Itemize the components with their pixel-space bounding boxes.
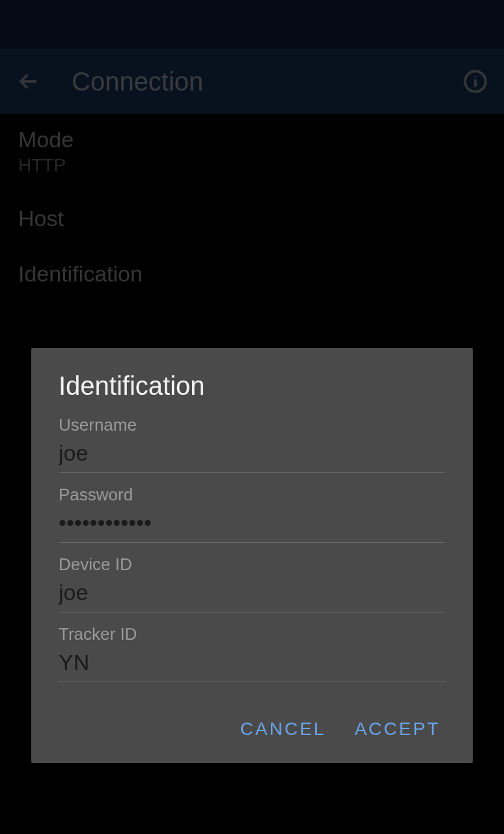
username-input[interactable] (59, 437, 445, 473)
field-device-id: Device ID (59, 554, 445, 612)
identification-dialog: Identification Username Password Device … (31, 348, 473, 763)
tracker-id-input[interactable] (59, 646, 445, 682)
tracker-id-label: Tracker ID (59, 624, 445, 644)
device-id-input[interactable] (59, 576, 445, 612)
modal-overlay[interactable]: Identification Username Password Device … (0, 0, 504, 834)
field-username: Username (59, 415, 445, 473)
device-id-label: Device ID (59, 554, 445, 575)
password-label: Password (59, 485, 445, 505)
field-tracker-id: Tracker ID (59, 624, 445, 682)
dialog-actions: CANCEL ACCEPT (59, 713, 445, 745)
dialog-title: Identification (59, 371, 445, 401)
username-label: Username (59, 415, 445, 435)
accept-button[interactable]: ACCEPT (352, 713, 443, 745)
password-input[interactable] (59, 506, 445, 543)
cancel-button[interactable]: CANCEL (238, 713, 329, 745)
field-password: Password (59, 485, 445, 543)
